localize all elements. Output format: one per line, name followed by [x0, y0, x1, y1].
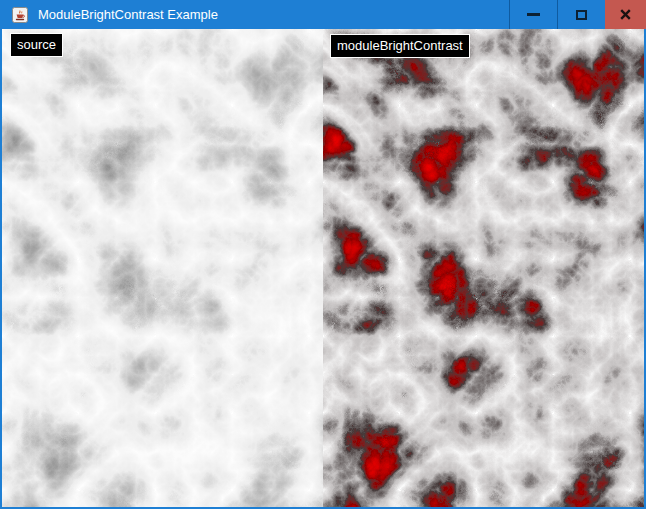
- source-label: source: [10, 33, 63, 57]
- maximize-icon: [576, 10, 587, 20]
- render-area: source: [2, 29, 644, 507]
- modulebrightcontrast-label: moduleBrightContrast: [330, 34, 470, 58]
- minimize-button[interactable]: [509, 0, 557, 29]
- modulebrightcontrast-image-panel: moduleBrightContrast: [323, 29, 644, 507]
- window-controls: [509, 0, 646, 29]
- source-noise-image: [2, 29, 323, 507]
- titlebar[interactable]: ModuleBrightContrast Example: [0, 0, 646, 29]
- modulebrightcontrast-noise-image: [323, 29, 644, 507]
- java-app-icon: [12, 7, 28, 23]
- maximize-button[interactable]: [557, 0, 605, 29]
- source-image-panel: source: [2, 29, 323, 507]
- minimize-icon: [527, 13, 540, 16]
- close-icon: [620, 9, 631, 20]
- window-title: ModuleBrightContrast Example: [38, 0, 509, 29]
- close-button[interactable]: [605, 0, 646, 29]
- app-window: ModuleBrightContrast Example: [0, 0, 646, 509]
